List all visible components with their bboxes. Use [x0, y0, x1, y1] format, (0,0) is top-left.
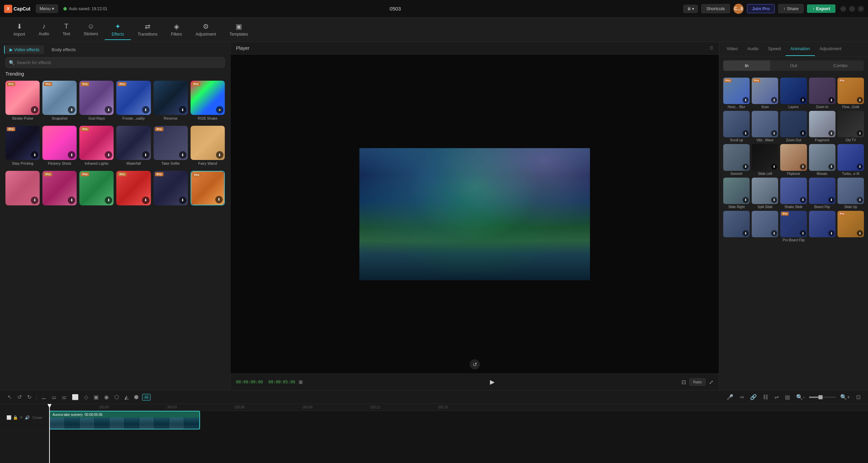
download-icon[interactable]: ⬇: [743, 164, 749, 170]
reload-button[interactable]: ↺: [470, 359, 480, 369]
effect-row3-4[interactable]: Pro ⬇: [116, 171, 151, 205]
effect-row3-6[interactable]: Pro ⬇: [191, 171, 225, 205]
star-icon[interactable]: ★: [216, 106, 223, 114]
anim-row5-5[interactable]: Pro ⬇: [837, 211, 864, 237]
anim-slide-up[interactable]: ⬇: [837, 178, 864, 204]
anim-vibr-wave[interactable]: ⬇: [752, 111, 778, 137]
anim-tab-out[interactable]: Out: [770, 60, 817, 71]
anim-slide-right[interactable]: ⬇: [723, 178, 750, 204]
download-icon[interactable]: ⬇: [179, 106, 186, 114]
tab-speed[interactable]: Speed: [763, 42, 786, 56]
tool-text[interactable]: T Text: [56, 20, 77, 40]
download-icon[interactable]: ⬇: [68, 197, 75, 204]
anim-fragment[interactable]: ⬇: [809, 111, 835, 137]
select-tool-button[interactable]: ↖: [5, 392, 14, 402]
anim-flow-gold[interactable]: Pro ⬇: [837, 78, 864, 104]
effects-search-input[interactable]: [5, 57, 225, 68]
redo-button[interactable]: ↻: [25, 392, 34, 402]
track-lock-button[interactable]: 🔒: [13, 415, 18, 420]
tab-video[interactable]: Video: [722, 42, 743, 56]
monitor-button[interactable]: 🖥 ▾: [683, 5, 698, 13]
fullscreen-button[interactable]: ⤢: [709, 379, 713, 385]
close-button[interactable]: ×: [858, 6, 864, 12]
swap-button[interactable]: ⇌: [772, 392, 781, 402]
effect-god-rays[interactable]: Pro ⬇: [79, 81, 114, 115]
tool-audio[interactable]: ♪ Audio: [32, 20, 56, 40]
tool-templates[interactable]: ▣ Templates: [223, 20, 255, 40]
anim-shake-slide[interactable]: ⬇: [780, 178, 807, 204]
tool-effects[interactable]: ✦ Effects: [105, 20, 131, 40]
effect-waterfall[interactable]: ⬇: [116, 126, 151, 160]
tool-transitions[interactable]: ⇄ Transitions: [131, 20, 164, 40]
download-icon[interactable]: ⬇: [142, 151, 150, 159]
download-icon[interactable]: ⬇: [800, 130, 806, 136]
microphone-button[interactable]: 🎤: [725, 392, 735, 402]
ratio-button[interactable]: Ratio: [689, 378, 706, 386]
anim-tab-in[interactable]: In: [723, 60, 770, 71]
delete-button[interactable]: ⬜: [70, 392, 81, 402]
export-button[interactable]: ↑ Export: [807, 4, 835, 13]
transform-button[interactable]: ⬡: [112, 392, 121, 402]
anim-swoosh[interactable]: ⬇: [723, 144, 750, 170]
anim-scroll-up[interactable]: ⬇: [723, 111, 750, 137]
download-icon[interactable]: ⬇: [31, 197, 38, 204]
unlink-button[interactable]: ⛓: [761, 393, 770, 402]
download-icon[interactable]: ⬇: [857, 230, 863, 236]
anim-flipbook[interactable]: ⬇: [780, 144, 807, 170]
download-icon[interactable]: ⬇: [179, 197, 186, 204]
effect-row3-3[interactable]: Pro ⬇: [79, 171, 114, 205]
anim-row5-1[interactable]: ⬇: [723, 211, 750, 237]
effect-row3-2[interactable]: Pro ⬇: [42, 171, 77, 205]
effect-reverse[interactable]: ⬇: [154, 81, 188, 115]
mask-button[interactable]: ◭: [122, 392, 131, 402]
playhead[interactable]: [49, 404, 50, 463]
download-icon[interactable]: ⬇: [857, 164, 863, 170]
download-icon[interactable]: ⬇: [771, 164, 777, 170]
download-icon[interactable]: ⬇: [828, 164, 834, 170]
ai-button[interactable]: AI: [142, 394, 151, 401]
video-clip[interactable]: Aurora lake scenery 00:00:05:06: [49, 411, 200, 429]
download-icon[interactable]: ⬇: [142, 197, 150, 204]
effect-take-selfie[interactable]: Pro ⬇: [154, 126, 188, 160]
effect-row3-5[interactable]: Pro ⬇: [154, 171, 188, 205]
anim-row5-4[interactable]: ⬇: [809, 211, 835, 237]
anim-zoom-in[interactable]: ⬇: [809, 78, 835, 104]
fit-timeline[interactable]: ⊡: [854, 392, 863, 402]
anim-split-slide[interactable]: ⬇: [752, 178, 778, 204]
tab-adjustment[interactable]: Adjustment: [815, 42, 846, 56]
undo-button[interactable]: ↺: [15, 392, 24, 402]
menu-button[interactable]: Menu ▾: [36, 4, 58, 13]
play-button[interactable]: ▶: [487, 377, 498, 387]
player-menu-icon[interactable]: ☰: [710, 46, 713, 51]
track-expand-button[interactable]: ⬜: [6, 415, 12, 420]
download-icon[interactable]: ⬇: [743, 197, 749, 203]
effect-rgb-shake[interactable]: Pro ★: [191, 81, 225, 115]
anim-mosaic[interactable]: ⬇: [809, 144, 835, 170]
download-icon[interactable]: ⬇: [105, 197, 112, 204]
effect-strobe-pulse[interactable]: Pro ⬇: [5, 81, 40, 115]
track-eye-button[interactable]: 👁: [19, 415, 23, 420]
tool-adjustment[interactable]: ⚙ Adjustment: [189, 20, 223, 40]
anim-turbu[interactable]: ⬇: [837, 144, 864, 170]
download-icon[interactable]: ⬇: [179, 151, 186, 159]
effect-fairy-wand[interactable]: ⬇: [191, 126, 225, 160]
download-icon[interactable]: ⬇: [800, 164, 806, 170]
user-avatar[interactable]: C...5: [733, 4, 744, 14]
tool-import[interactable]: ⬇ Import: [7, 20, 32, 40]
freeze-button[interactable]: ⬢: [132, 392, 141, 402]
anim-tab-combo[interactable]: Combo: [817, 60, 864, 71]
maximize-button[interactable]: □: [849, 6, 855, 12]
download-icon[interactable]: ⬇: [828, 230, 834, 236]
anim-row5-2[interactable]: ⬇: [752, 211, 778, 237]
anim-bisect-flip[interactable]: ⬇: [809, 178, 835, 204]
download-icon[interactable]: ⬇: [142, 106, 150, 114]
tab-animation[interactable]: Animation: [786, 42, 815, 56]
tab-video-effects[interactable]: ▶ Video effects: [4, 45, 44, 54]
effect-infrared[interactable]: Pro ⬇: [79, 126, 114, 160]
effect-frosty[interactable]: Pro ⬇: [116, 81, 151, 115]
clip-button[interactable]: ◇: [82, 392, 90, 402]
split-button[interactable]: ⚊: [39, 392, 48, 402]
zoom-out-timeline[interactable]: 🔍-: [794, 392, 807, 402]
subtitle-button[interactable]: ▤: [783, 392, 792, 402]
anim-row5-3[interactable]: Pro ⬇: [780, 211, 807, 237]
